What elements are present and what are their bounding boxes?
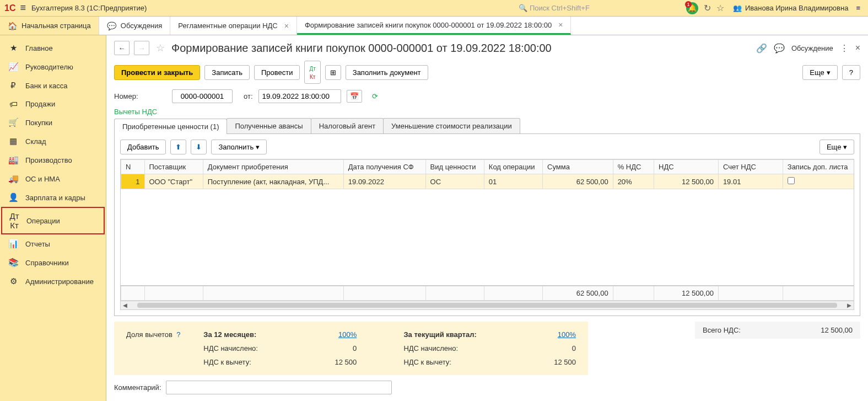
col-valuetype[interactable]: Вид ценности — [425, 160, 484, 174]
main-tabs: 🏠 Начальная страница 💬 Обсуждения Реглам… — [0, 17, 868, 35]
sidebar-item-2[interactable]: ₽Банк и касса — [0, 76, 106, 95]
cell-valuetype: ОС — [425, 174, 484, 189]
discuss-label[interactable]: Обсуждение — [791, 44, 833, 52]
favorite-star-icon[interactable]: ☆ — [156, 42, 165, 54]
sidebar-item-5[interactable]: ▦Склад — [0, 132, 106, 151]
itab-reduction[interactable]: Уменьшение стоимости реализации — [383, 118, 520, 133]
sidebar-icon: 📈 — [8, 62, 19, 72]
tab-close-icon[interactable]: × — [558, 20, 563, 29]
table-row[interactable]: 1ООО "Старт"Поступление (акт, накладная,… — [121, 174, 855, 189]
home-icon: 🏠 — [8, 22, 17, 30]
user-menu[interactable]: 👥 Иванова Ирина Владимировна ≡ — [733, 4, 860, 12]
horizontal-scrollbar[interactable]: ◄ ► — [121, 301, 854, 309]
itab-advances[interactable]: Полученные авансы — [227, 118, 311, 133]
help-icon[interactable]: ? — [176, 330, 180, 339]
tab-home-label: Начальная страница — [21, 22, 91, 30]
sidebar-label: Справочники — [25, 259, 69, 267]
page-header: ← → ☆ Формирование записей книги покупок… — [114, 41, 860, 55]
tab-reg-ops[interactable]: Регламентные операции НДС × — [170, 17, 297, 35]
favorites-icon[interactable]: ☆ — [716, 3, 724, 13]
col-n[interactable]: N — [121, 160, 145, 174]
sidebar-icon: 📚 — [8, 258, 19, 268]
deduct-label: НДС к вычету: — [200, 356, 295, 368]
itab-tax-agent[interactable]: Налоговый агент — [311, 118, 384, 133]
sidebar-item-4[interactable]: 🛒Покупки — [0, 113, 106, 132]
number-input[interactable] — [172, 89, 233, 103]
move-down-button[interactable]: ⬇ — [191, 140, 207, 154]
col-vatpct[interactable]: % НДС — [613, 160, 654, 174]
deduct-q: 12 500 — [516, 356, 579, 368]
date-input[interactable] — [258, 89, 341, 103]
sidebar-icon: 🛒 — [8, 117, 19, 127]
accrued-q: 0 — [516, 342, 579, 355]
scrollbar-thumb[interactable] — [137, 303, 837, 308]
status-icon[interactable]: ⟳ — [372, 92, 378, 100]
sidebar-label: Отчеты — [25, 240, 50, 248]
move-up-button[interactable]: ⬆ — [170, 140, 186, 154]
link-icon[interactable]: 🔗 — [756, 43, 767, 54]
user-menu-icon[interactable]: ≡ — [856, 4, 860, 12]
deduction-panel: Доля вычетов ? За 12 месяцев: 100% За те… — [114, 322, 588, 375]
notification-bell-icon[interactable]: 1 🔔 — [686, 2, 698, 14]
col-sum[interactable]: Сумма — [543, 160, 613, 174]
tab-discussions[interactable]: 💬 Обсуждения — [99, 17, 171, 35]
discuss-icon[interactable]: 💬 — [774, 43, 785, 54]
calendar-icon[interactable]: 📅 — [347, 90, 362, 103]
sidebar-item-8[interactable]: 👤Зарплата и кадры — [0, 188, 106, 207]
col-doc[interactable]: Документ приобретения — [203, 160, 343, 174]
cell-sfdate: 19.09.2022 — [343, 174, 425, 189]
extra-checkbox[interactable] — [788, 177, 795, 184]
tab-close-icon[interactable]: × — [284, 22, 289, 30]
sidebar-item-9[interactable]: Дт КтОперации — [1, 207, 105, 234]
cell-sum: 62 500,00 — [543, 174, 613, 189]
col-supplier[interactable]: Поставщик — [144, 160, 203, 174]
sidebar-item-1[interactable]: 📈Руководителю — [0, 57, 106, 76]
scroll-left-icon[interactable]: ◄ — [121, 301, 130, 309]
help-button[interactable]: ? — [842, 65, 860, 80]
col-opcode[interactable]: Код операции — [484, 160, 542, 174]
structure-button[interactable]: ⊞ — [325, 65, 341, 80]
col12-pct[interactable]: 100% — [338, 330, 357, 339]
sidebar-item-7[interactable]: 🚚ОС и НМА — [0, 169, 106, 188]
tab-more-button[interactable]: Еще ▾ — [820, 140, 854, 154]
sidebar-item-6[interactable]: 🏭Производство — [0, 151, 106, 169]
cell-supplier: ООО "Старт" — [144, 174, 203, 189]
colq-pct[interactable]: 100% — [558, 330, 576, 339]
col-vat[interactable]: НДС — [654, 160, 719, 174]
comment-row: Комментарий: — [114, 381, 860, 394]
chat-icon: 💬 — [107, 22, 116, 30]
sidebar-label: Главное — [25, 44, 53, 52]
col-extra[interactable]: Запись доп. листа — [783, 160, 854, 174]
tab-purchase-book[interactable]: Формирование записей книги покупок 0000-… — [297, 17, 572, 35]
sidebar-item-0[interactable]: ★Главное — [0, 39, 106, 57]
post-button[interactable]: Провести — [254, 65, 300, 80]
tab-home[interactable]: 🏠 Начальная страница — [0, 17, 99, 35]
fill-document-button[interactable]: Заполнить документ — [346, 65, 428, 80]
col-vatacc[interactable]: Счет НДС — [718, 160, 783, 174]
tab-purchase-book-label: Формирование записей книги покупок 0000-… — [305, 21, 552, 29]
deduct-label-q: НДС к вычету: — [400, 356, 514, 368]
save-button[interactable]: Записать — [204, 65, 250, 80]
scroll-right-icon[interactable]: ► — [845, 301, 854, 309]
col-sfdate[interactable]: Дата получения СФ — [343, 160, 425, 174]
tab-reg-ops-label: Регламентные операции НДС — [178, 22, 277, 30]
sidebar-item-10[interactable]: 📊Отчеты — [0, 234, 106, 253]
close-icon[interactable]: × — [855, 43, 860, 53]
itab-purchased[interactable]: Приобретенные ценности (1) — [114, 119, 227, 134]
deduct-12: 12 500 — [296, 356, 360, 368]
nav-back-button[interactable]: ← — [114, 41, 130, 55]
main-menu-icon[interactable]: ≡ — [20, 2, 26, 14]
post-and-close-button[interactable]: Провести и закрыть — [114, 65, 200, 80]
global-search[interactable]: 🔍 Поиск Ctrl+Shift+F — [519, 4, 678, 12]
history-icon[interactable]: ↻ — [704, 3, 711, 13]
comment-input[interactable] — [166, 381, 392, 394]
dt-kt-button[interactable]: ДтКт — [304, 61, 320, 84]
more-button[interactable]: Еще ▾ — [802, 65, 837, 80]
sidebar-item-12[interactable]: ⚙Администрирование — [0, 272, 106, 291]
fill-button[interactable]: Заполнить ▾ — [211, 140, 266, 154]
add-button[interactable]: Добавить — [120, 140, 166, 154]
nav-forward-button[interactable]: → — [134, 41, 149, 55]
sidebar-item-11[interactable]: 📚Справочники — [0, 253, 106, 272]
more-icon[interactable]: ⋮ — [840, 43, 849, 54]
sidebar-item-3[interactable]: 🏷Продажи — [0, 95, 106, 113]
